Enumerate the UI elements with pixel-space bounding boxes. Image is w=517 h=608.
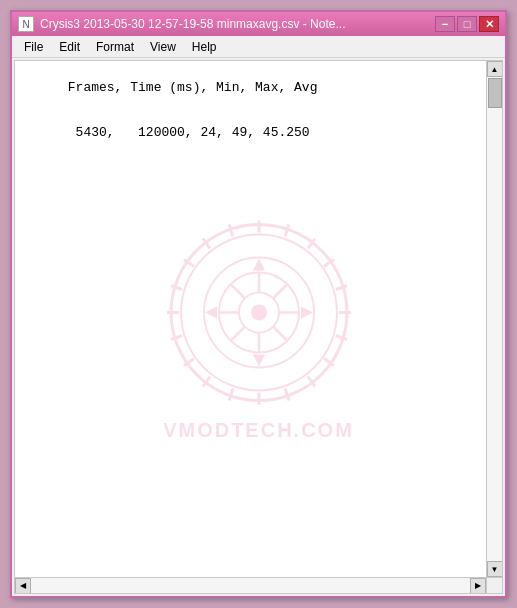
horizontal-scrollbar[interactable]: ◀ ▶ <box>15 577 486 593</box>
title-bar-left: N Crysis3 2013-05-30 12-57-19-58 minmaxa… <box>18 16 345 32</box>
text-display[interactable]: Frames, Time (ms), Min, Max, Avg 5430, 1… <box>15 61 502 593</box>
close-button[interactable]: ✕ <box>479 16 499 32</box>
vertical-scrollbar[interactable]: ▲ ▼ <box>486 61 502 577</box>
scroll-track-h[interactable] <box>31 578 470 593</box>
scroll-up-arrow[interactable]: ▲ <box>487 61 503 77</box>
content-line1: Frames, Time (ms), Min, Max, Avg <box>68 80 318 95</box>
content-line2: 5430, 120000, 24, 49, 45.250 <box>68 125 310 140</box>
scroll-thumb-v[interactable] <box>488 78 502 108</box>
window-title: Crysis3 2013-05-30 12-57-19-58 minmaxavg… <box>40 17 345 31</box>
text-editor-area[interactable]: Frames, Time (ms), Min, Max, Avg 5430, 1… <box>14 60 503 594</box>
scroll-track-v[interactable] <box>487 77 502 561</box>
menu-format[interactable]: Format <box>88 36 142 57</box>
menu-help[interactable]: Help <box>184 36 225 57</box>
scroll-corner <box>486 577 502 593</box>
app-icon: N <box>18 16 34 32</box>
scroll-left-arrow[interactable]: ◀ <box>15 578 31 594</box>
title-bar: N Crysis3 2013-05-30 12-57-19-58 minmaxa… <box>12 12 505 36</box>
menu-file[interactable]: File <box>16 36 51 57</box>
menu-view[interactable]: View <box>142 36 184 57</box>
window-controls: − □ ✕ <box>435 16 499 32</box>
notepad-window: N Crysis3 2013-05-30 12-57-19-58 minmaxa… <box>10 10 507 598</box>
maximize-button[interactable]: □ <box>457 16 477 32</box>
scroll-right-arrow[interactable]: ▶ <box>470 578 486 594</box>
scroll-down-arrow[interactable]: ▼ <box>487 561 503 577</box>
menu-edit[interactable]: Edit <box>51 36 88 57</box>
menu-bar: File Edit Format View Help <box>12 36 505 58</box>
minimize-button[interactable]: − <box>435 16 455 32</box>
